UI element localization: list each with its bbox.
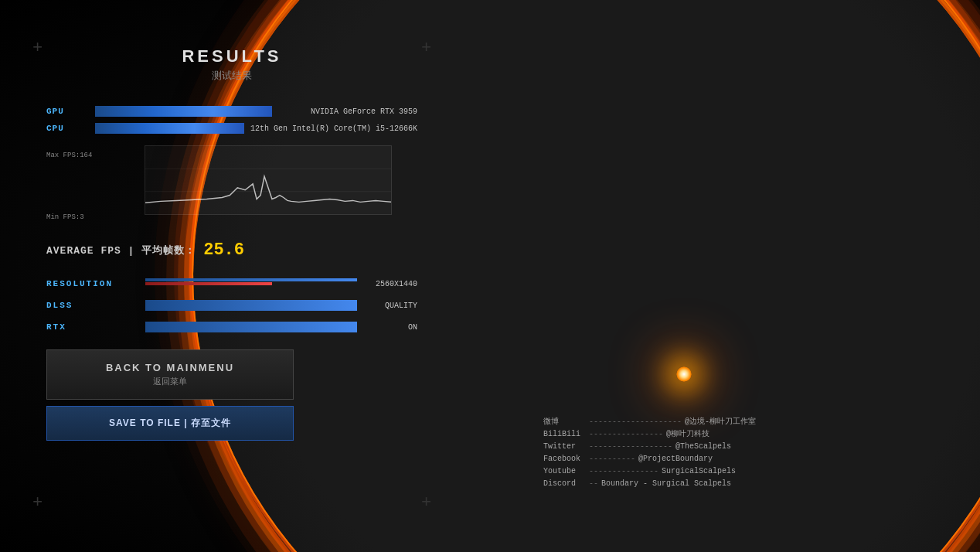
- sun-glare: [676, 366, 692, 382]
- rtx-bar: [145, 322, 357, 332]
- avg-fps-label: AVERAGE FPS | 平均帧数：: [46, 244, 196, 257]
- gpu-bar: [95, 106, 272, 117]
- social-row-3: Facebook ---------- @ProjectBoundary: [543, 453, 756, 465]
- resolution-label: RESOLUTION: [46, 279, 139, 288]
- gpu-bar-fill: [95, 106, 272, 117]
- avg-fps-row: AVERAGE FPS | 平均帧数： 25.6: [46, 240, 417, 260]
- social-handle-5: Boundary - Surgical Scalpels: [601, 478, 731, 490]
- social-platform-3: Facebook: [543, 453, 586, 465]
- social-handle-1: @柳叶刀科技: [666, 428, 709, 441]
- mainmenu-btn-cn: 返回菜单: [153, 376, 187, 387]
- deco-cross-topleft: +: [32, 40, 43, 57]
- fps-chart: [145, 145, 392, 215]
- dlss-bar: [145, 300, 357, 311]
- rtx-label: RTX: [46, 322, 139, 332]
- resolution-bar: [145, 278, 357, 289]
- cpu-row: CPU 12th Gen Intel(R) Core(TM) i5-12666K: [46, 123, 417, 134]
- rtx-value: ON: [363, 323, 417, 332]
- social-row-0: 微博 -------------------- @边境-柳叶刀工作室: [543, 416, 756, 428]
- avg-fps-value: 25.6: [203, 240, 244, 260]
- social-handle-2: @TheScalpels: [675, 441, 731, 453]
- dlss-label: DLSS: [46, 301, 139, 310]
- social-dots-4: ---------------: [589, 465, 658, 478]
- mainmenu-btn-en: BACK TO MAINMENU: [106, 362, 234, 373]
- fps-chart-section: Max FPS:164 Min FPS:3: [46, 145, 417, 227]
- social-dots-3: ----------: [589, 453, 635, 465]
- resolution-value: 2560X1440: [363, 280, 417, 288]
- social-platform-5: Discord: [543, 478, 586, 490]
- gpu-label: GPU: [46, 107, 89, 116]
- social-row-2: Twitter ------------------ @TheScalpels: [543, 441, 756, 453]
- gpu-value: NVIDIA GeForce RTX 3959: [278, 107, 417, 116]
- cpu-bar: [95, 123, 244, 134]
- res-bar-blue: [145, 278, 357, 281]
- social-handle-0: @边境-柳叶刀工作室: [685, 416, 756, 428]
- res-bar-red: [145, 282, 272, 285]
- social-dots-0: --------------------: [589, 416, 682, 428]
- social-handle-4: SurgicalScalpels: [662, 465, 736, 478]
- buttons-section: BACK TO MAINMENU 返回菜单 SAVE TO FILE | 存至文…: [46, 349, 417, 441]
- results-panel: RESULTS 测试结果 GPU NVIDIA GeForce RTX 3959…: [46, 46, 417, 441]
- chart-max-label: Max FPS:164: [46, 152, 92, 159]
- fps-chart-svg: [145, 146, 391, 214]
- chart-min-label: Min FPS:3: [46, 213, 84, 221]
- gpu-row: GPU NVIDIA GeForce RTX 3959: [46, 106, 417, 117]
- deco-cross-botmid: +: [421, 495, 431, 512]
- dlss-value: QUALITY: [363, 302, 417, 310]
- social-platform-4: Youtube: [543, 465, 586, 478]
- resolution-row: RESOLUTION 2560X1440: [46, 275, 417, 292]
- cpu-label: CPU: [46, 124, 89, 133]
- social-platform-2: Twitter: [543, 441, 586, 453]
- deco-cross-botleft: +: [32, 495, 43, 512]
- dlss-row: DLSS QUALITY: [46, 297, 417, 314]
- social-dots-1: ----------------: [589, 428, 663, 441]
- save-to-file-button[interactable]: SAVE TO FILE | 存至文件: [46, 406, 294, 441]
- results-title-cn: 测试结果: [46, 69, 417, 83]
- cpu-bar-fill: [95, 123, 244, 134]
- social-platform-0: 微博: [543, 416, 586, 428]
- back-to-mainmenu-button[interactable]: BACK TO MAINMENU 返回菜单: [46, 349, 294, 400]
- deco-cross-topmid: +: [421, 40, 431, 57]
- social-handle-3: @ProjectBoundary: [638, 453, 713, 465]
- social-platform-1: BiliBili: [543, 428, 586, 441]
- results-title-en: RESULTS: [46, 46, 417, 66]
- cpu-value: 12th Gen Intel(R) Core(TM) i5-12666K: [250, 124, 417, 133]
- results-title: RESULTS 测试结果: [46, 46, 417, 83]
- social-links: 微博 -------------------- @边境-柳叶刀工作室BiliBi…: [543, 416, 756, 490]
- social-row-1: BiliBili ---------------- @柳叶刀科技: [543, 428, 756, 441]
- savefile-btn-label: SAVE TO FILE | 存至文件: [109, 417, 231, 430]
- social-dots-2: ------------------: [589, 441, 672, 453]
- social-row-5: Discord -- Boundary - Surgical Scalpels: [543, 478, 756, 490]
- social-dots-5: --: [589, 478, 598, 490]
- social-row-4: Youtube --------------- SurgicalScalpels: [543, 465, 756, 478]
- rtx-row: RTX ON: [46, 319, 417, 336]
